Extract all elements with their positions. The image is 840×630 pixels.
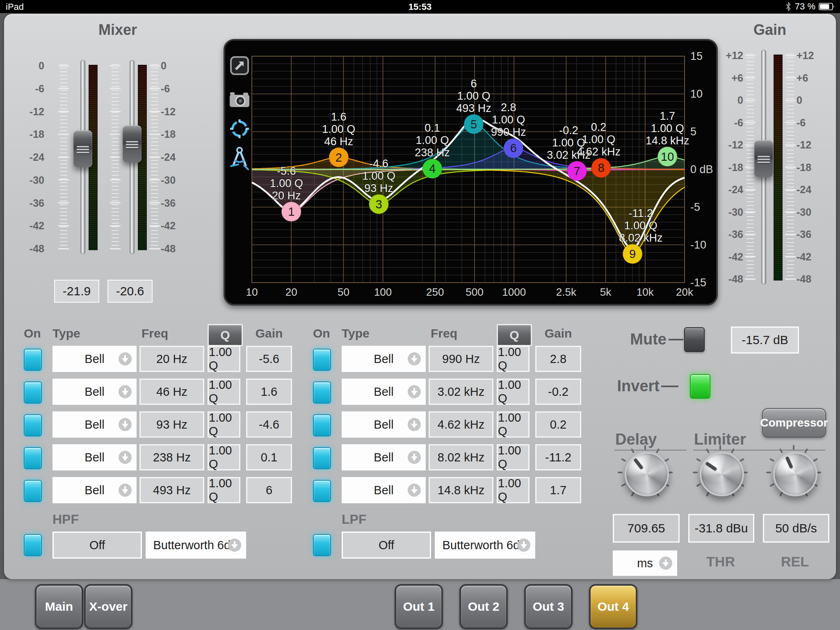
eq-response-chart[interactable]: 10205010025050010002.5k5k10k20k151050 dB… — [225, 41, 716, 304]
eq-left-band5-type-dropdown[interactable]: Bell — [52, 477, 137, 503]
eq-left-band4-freq-field[interactable]: 238 Hz — [139, 444, 204, 470]
eq-right-lpf-filter-dropdown[interactable]: Butterworth 6dB — [435, 532, 535, 559]
nav-main-button[interactable]: Main — [35, 584, 83, 629]
nav-out2-button[interactable]: Out 2 — [459, 584, 508, 629]
limiter-release-value[interactable]: 50 dB/s — [763, 514, 829, 543]
eq-right-band1-q-field[interactable]: 1.00 Q — [497, 346, 530, 372]
x-axis-tick: 1000 — [502, 286, 526, 298]
eq-left-band3-freq-field[interactable]: 93 Hz — [139, 411, 204, 438]
eq-left-band3-on-toggle[interactable] — [24, 414, 42, 436]
delay-knob[interactable] — [619, 446, 672, 499]
compass-icon[interactable] — [229, 146, 250, 171]
eq-right-band5-type-dropdown[interactable]: Bell — [342, 477, 426, 503]
eq-right-band1-type-dropdown[interactable]: Bell — [342, 346, 426, 372]
eq-left-band2-gain-field[interactable]: 1.6 — [246, 379, 292, 405]
gain-major-tick — [745, 77, 756, 78]
limiter-release-knob[interactable] — [767, 446, 820, 499]
eq-right-band3-freq-field[interactable]: 4.62 kHz — [429, 411, 493, 438]
delay-unit-dropdown[interactable]: ms — [613, 550, 677, 576]
eq-right-band3-on-toggle[interactable] — [313, 414, 331, 436]
mixer-ch2-value[interactable]: -20.6 — [107, 280, 153, 303]
mixer-ch1-fader-handle[interactable] — [73, 130, 92, 167]
delay-value[interactable]: 709.65 — [613, 514, 680, 543]
eq-right-q-header-button[interactable]: Q — [497, 324, 532, 346]
mixer-ch2-scale-label: -48 — [161, 243, 185, 255]
target-icon[interactable] — [229, 119, 250, 139]
eq-left-q-header-button[interactable]: Q — [208, 324, 243, 346]
eq-left-band5-q-field[interactable]: 1.00 Q — [208, 477, 240, 503]
eq-left-band1-q-field[interactable]: 1.00 Q — [208, 346, 240, 372]
limiter-threshold-knob-face[interactable] — [700, 452, 744, 496]
eq-right-band5-freq-field[interactable]: 14.8 kHz — [429, 477, 493, 503]
eq-left-band3-gain-field[interactable]: -4.6 — [246, 411, 292, 438]
eq-left-band3-q-field[interactable]: 1.00 Q — [208, 411, 240, 438]
eq-left-hpf-state-field[interactable]: Off — [52, 532, 142, 559]
eq-left-band5-on-toggle[interactable] — [24, 480, 42, 502]
eq-left-hpf-toggle[interactable] — [24, 534, 42, 556]
eq-right-band4-q-field[interactable]: 1.00 Q — [497, 444, 530, 470]
mixer-ch2-fader-handle[interactable] — [123, 126, 142, 162]
eq-left-band4-gain-field[interactable]: 0.1 — [246, 444, 292, 470]
gain-scale-label: -36 — [719, 228, 743, 240]
eq-right-band3-q-field[interactable]: 1.00 Q — [497, 411, 530, 438]
eq-right-band1-on-toggle[interactable] — [313, 349, 331, 371]
camera-icon[interactable] — [229, 89, 250, 110]
eq-left-band5-freq-field[interactable]: 493 Hz — [139, 477, 204, 503]
mute-toggle[interactable] — [684, 327, 705, 352]
eq-right-band5-q-field[interactable]: 1.00 Q — [497, 477, 530, 503]
eq-right-band2-q-field[interactable]: 1.00 Q — [497, 379, 530, 405]
eq-left-band1-gain-field[interactable]: -5.6 — [246, 346, 292, 372]
compressor-button[interactable]: Compressor — [762, 408, 826, 438]
limiter-threshold-knob[interactable] — [694, 446, 747, 499]
eq-left-band5-gain-field[interactable]: 6 — [246, 477, 292, 503]
gain-major-tick — [785, 167, 796, 168]
eq-left-band4-on-toggle[interactable] — [24, 447, 42, 469]
eq-right-band5-gain-field[interactable]: 1.7 — [535, 477, 581, 503]
gain-scale-label: -36 — [797, 228, 821, 240]
eq-right-band4-freq-field[interactable]: 8.02 kHz — [429, 444, 493, 470]
eq-right-band4-gain-field[interactable]: -11.2 — [535, 444, 581, 470]
delay-knob-face[interactable] — [625, 452, 669, 496]
limiter-threshold-knob-tick — [706, 448, 710, 453]
eq-right-band3-gain-field[interactable]: 0.2 — [535, 411, 581, 438]
eq-left-band2-q-field[interactable]: 1.00 Q — [208, 379, 240, 405]
eq-right-band2-gain-field[interactable]: -0.2 — [535, 379, 581, 405]
mixer-ch1-scale-label: -6 — [20, 82, 44, 94]
eq-right-band5-on-toggle[interactable] — [313, 480, 331, 502]
eq-left-band3-type-dropdown[interactable]: Bell — [52, 411, 137, 438]
band-3-readout: -4.61.00 Q93 Hz — [362, 158, 395, 194]
invert-toggle[interactable] — [690, 374, 710, 399]
eq-left-band1-type-dropdown[interactable]: Bell — [52, 346, 137, 372]
output-level-display[interactable]: -15.7 dB — [731, 326, 799, 354]
eq-right-band2-on-toggle[interactable] — [313, 381, 331, 404]
eq-left-band1-on-toggle[interactable] — [24, 349, 42, 371]
eq-right-band3-type-dropdown[interactable]: Bell — [342, 411, 426, 438]
eq-left-band1-freq-field[interactable]: 20 Hz — [139, 346, 204, 372]
mixer-ch1-value[interactable]: -21.9 — [54, 280, 99, 303]
limiter-threshold-value[interactable]: -31.8 dBu — [688, 514, 754, 543]
nav-out4-button[interactable]: Out 4 — [589, 584, 637, 629]
gain-level-meter — [774, 55, 783, 281]
eq-right-band2-freq-field[interactable]: 3.02 kHz — [429, 379, 493, 405]
eq-left-hpf-filter-dropdown[interactable]: Butterworth 6dB — [146, 532, 246, 559]
eq-left-band2-type-dropdown[interactable]: Bell — [52, 379, 137, 405]
eq-graph-panel[interactable]: 10205010025050010002.5k5k10k20k151050 dB… — [224, 39, 718, 306]
eq-left-band4-type-dropdown[interactable]: Bell — [52, 444, 137, 470]
expand-icon[interactable] — [229, 55, 250, 76]
eq-right-band2-type-dropdown[interactable]: Bell — [342, 379, 426, 405]
eq-right-band4-type-dropdown[interactable]: Bell — [342, 444, 426, 470]
limiter-release-knob-face[interactable] — [773, 452, 817, 496]
nav-xover-button[interactable]: X-over — [84, 584, 132, 629]
eq-right-lpf-toggle[interactable] — [313, 534, 331, 556]
eq-left-band2-on-toggle[interactable] — [24, 381, 42, 404]
eq-left-band2-freq-field[interactable]: 46 Hz — [139, 379, 204, 405]
eq-right-band1-freq-field[interactable]: 990 Hz — [429, 346, 493, 372]
gain-scale-label: -48 — [719, 273, 743, 285]
eq-right-lpf-state-field[interactable]: Off — [342, 532, 431, 559]
eq-right-band4-on-toggle[interactable] — [313, 447, 331, 469]
eq-left-band4-q-field[interactable]: 1.00 Q — [208, 444, 240, 470]
nav-out1-button[interactable]: Out 1 — [395, 584, 443, 629]
nav-out3-button[interactable]: Out 3 — [524, 584, 573, 629]
eq-right-band1-gain-field[interactable]: 2.8 — [535, 346, 581, 372]
gain-fader-handle[interactable] — [754, 140, 773, 177]
